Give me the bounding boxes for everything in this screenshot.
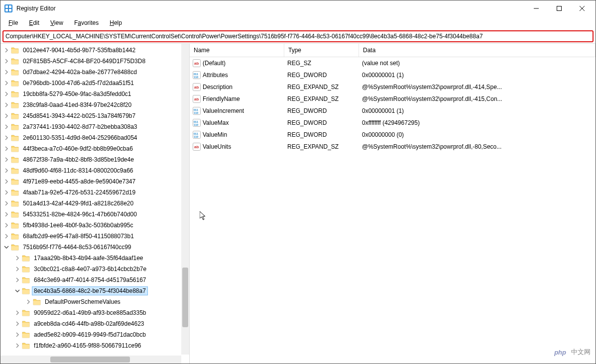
value-name: Description bbox=[203, 84, 233, 91]
scrollbar-thumb[interactable] bbox=[182, 268, 188, 327]
chevron-right-icon[interactable] bbox=[2, 234, 10, 239]
chevron-right-icon[interactable] bbox=[2, 135, 10, 140]
chevron-right-icon[interactable] bbox=[2, 70, 10, 75]
list-row[interactable]: ValueUnitsREG_EXPAND_SZ@%SystemRoot%\sys… bbox=[190, 141, 596, 153]
tree-hscrollbar[interactable] bbox=[0, 356, 181, 364]
tree-pane: 0012ee47-9041-4b5d-9b77-535fba8b144202F8… bbox=[0, 44, 190, 364]
close-button[interactable] bbox=[571, 0, 594, 16]
list-row[interactable]: ValueIncrementREG_DWORD0x00000001 (1) bbox=[190, 105, 596, 117]
folder-icon bbox=[10, 112, 19, 120]
tree-item[interactable]: 684c3e69-a4f7-4014-8754-d45179a56167 bbox=[0, 274, 189, 285]
tree-item[interactable]: 4f971e89-eebd-4455-a8de-9e59040e7347 bbox=[0, 176, 189, 187]
tree-item-label: 4f971e89-eebd-4455-a8de-9e59040e7347 bbox=[21, 178, 137, 185]
chevron-right-icon[interactable] bbox=[2, 190, 10, 195]
col-header-name[interactable]: Name bbox=[190, 44, 284, 57]
binary-value-icon bbox=[193, 71, 201, 79]
menu-view[interactable]: View bbox=[45, 17, 68, 28]
value-name: ValueUnits bbox=[203, 143, 231, 150]
tree-item[interactable]: 54533251-82be-4824-96c1-47b60b740d00 bbox=[0, 209, 189, 220]
chevron-right-icon[interactable] bbox=[13, 256, 21, 261]
tree-item[interactable]: 8ec4b3a5-6868-48c2-be75-4f3044be88a7 bbox=[0, 285, 189, 296]
chevron-right-icon[interactable] bbox=[2, 124, 10, 129]
list-row[interactable]: ValueMinREG_DWORD0x00000000 (0) bbox=[190, 129, 596, 141]
maximize-button[interactable] bbox=[548, 0, 571, 16]
chevron-right-icon[interactable] bbox=[2, 102, 10, 107]
chevron-right-icon[interactable] bbox=[2, 168, 10, 173]
tree-item[interactable]: 48672f38-7a9a-4bb2-8bf8-3d85be19de4e bbox=[0, 154, 189, 165]
chevron-right-icon[interactable] bbox=[24, 299, 32, 304]
chevron-right-icon[interactable] bbox=[13, 321, 21, 326]
tree-item[interactable]: 44f3beca-a7c0-460e-9df2-bb8b99e0cba6 bbox=[0, 143, 189, 154]
minimize-button[interactable] bbox=[525, 0, 548, 16]
chevron-right-icon[interactable] bbox=[2, 59, 10, 64]
tree-item[interactable]: 19cbb8fa-5279-450e-9fac-8a3d5fedd0c1 bbox=[0, 89, 189, 99]
chevron-right-icon[interactable] bbox=[13, 277, 21, 282]
chevron-right-icon[interactable] bbox=[2, 212, 10, 217]
chevron-right-icon[interactable] bbox=[2, 157, 10, 162]
chevron-right-icon[interactable] bbox=[2, 179, 10, 184]
tree-item[interactable]: 4faab71a-92e5-4726-b531-224559672d19 bbox=[0, 187, 189, 198]
list-row[interactable]: AttributesREG_DWORD0x00000001 (1) bbox=[190, 69, 596, 81]
folder-icon bbox=[10, 123, 19, 131]
value-data: 0x00000001 (1) bbox=[359, 72, 596, 79]
col-header-type[interactable]: Type bbox=[284, 44, 359, 57]
value-data: 0x00000001 (1) bbox=[359, 107, 596, 114]
chevron-right-icon[interactable] bbox=[13, 343, 21, 348]
chevron-right-icon[interactable] bbox=[2, 223, 10, 228]
folder-icon bbox=[21, 342, 30, 350]
tree-item[interactable]: 0d7dbae2-4294-402a-ba8e-26777e8488cd bbox=[0, 67, 189, 78]
tree-item[interactable]: 3c0bc021-c8a8-4e07-a973-6b14cbcb2b7e bbox=[0, 264, 189, 274]
col-header-data[interactable]: Data bbox=[359, 44, 596, 57]
menu-help[interactable]: Help bbox=[105, 17, 127, 28]
value-name: ValueMax bbox=[203, 119, 229, 126]
chevron-right-icon[interactable] bbox=[2, 81, 10, 86]
chevron-right-icon[interactable] bbox=[13, 332, 21, 337]
value-data: (value not set) bbox=[359, 60, 596, 67]
folder-icon bbox=[10, 145, 19, 153]
tree-item[interactable]: 2e601130-5351-4d9d-8e04-252966bad054 bbox=[0, 132, 189, 143]
tree-item[interactable]: 68afb2d9-ee95-47a8-8f50-4115088073b1 bbox=[0, 231, 189, 242]
chevron-right-icon[interactable] bbox=[2, 146, 10, 151]
tree-item[interactable]: 7516b95f-f776-4464-8c53-06167f40cc99 bbox=[0, 242, 189, 253]
list-row[interactable]: FriendlyNameREG_EXPAND_SZ@%SystemRoot%\s… bbox=[190, 93, 596, 105]
tree-item[interactable]: 0012ee47-9041-4b5d-9b77-535fba8b1442 bbox=[0, 45, 189, 56]
tree-item[interactable]: 238c9fa8-0aad-41ed-83f4-97be242c8f20 bbox=[0, 99, 189, 110]
tree-item[interactable]: f1fbfde2-a960-4165-9f88-50667911ce96 bbox=[0, 340, 189, 351]
tree-item-label: 48672f38-7a9a-4bb2-8bf8-3d85be19de4e bbox=[21, 156, 135, 164]
chevron-down-icon[interactable] bbox=[13, 288, 21, 293]
tree-item[interactable]: a9ceb8da-cd46-44fb-a98b-02af69de4623 bbox=[0, 318, 189, 329]
chevron-right-icon[interactable] bbox=[13, 267, 21, 272]
chevron-right-icon[interactable] bbox=[2, 91, 10, 96]
tree-item[interactable]: 48df9d60-4f68-11dc-8314-0800200c9a66 bbox=[0, 165, 189, 176]
tree-item[interactable]: aded5e82-b909-4619-9949-f5d71dac0bcb bbox=[0, 329, 189, 340]
tree-item[interactable]: 245d8541-3943-4422-b025-13a784f679b7 bbox=[0, 110, 189, 121]
tree-item[interactable]: 2a737441-1930-4402-8d77-b2bebba308a3 bbox=[0, 121, 189, 132]
chevron-right-icon[interactable] bbox=[2, 201, 10, 206]
chevron-down-icon[interactable] bbox=[2, 245, 10, 250]
address-bar[interactable]: Computer\HKEY_LOCAL_MACHINE\SYSTEM\Curre… bbox=[2, 30, 594, 42]
menu-file[interactable]: File bbox=[3, 17, 23, 28]
tree-item[interactable]: 17aaa29b-8b43-4b94-aafe-35f64daaf1ee bbox=[0, 253, 189, 264]
folder-icon bbox=[21, 309, 30, 317]
scrollbar-thumb[interactable] bbox=[50, 357, 130, 363]
menu-edit[interactable]: Edit bbox=[24, 17, 44, 28]
list-row[interactable]: DescriptionREG_EXPAND_SZ@%SystemRoot%\sy… bbox=[190, 81, 596, 93]
chevron-right-icon[interactable] bbox=[2, 113, 10, 118]
tree-item[interactable]: 02F815B5-A5CF-4C84-BF20-649D1F75D3D8 bbox=[0, 56, 189, 67]
tree-item[interactable]: DefaultPowerSchemeValues bbox=[0, 296, 189, 307]
chevron-right-icon[interactable] bbox=[13, 310, 21, 315]
tree-item-label: 5fb4938d-1ee8-4b0f-9a3c-5036b0ab995c bbox=[21, 221, 135, 229]
tree-item[interactable]: 5fb4938d-1ee8-4b0f-9a3c-5036b0ab995c bbox=[0, 220, 189, 231]
list-row[interactable]: (Default)REG_SZ(value not set) bbox=[190, 57, 596, 69]
tree-item[interactable]: 501a4d13-42af-4429-9fd1-a8218c268e20 bbox=[0, 198, 189, 209]
tree-item[interactable]: 0e796bdb-100d-47d6-a2d5-f7d2daa51f51 bbox=[0, 78, 189, 89]
tree-vscrollbar[interactable] bbox=[181, 44, 189, 355]
value-name: ValueMin bbox=[203, 131, 227, 138]
tree-item[interactable]: 90959d22-d6a1-49b9-af93-bce885ad335b bbox=[0, 307, 189, 318]
menu-favorites[interactable]: Favorites bbox=[69, 17, 104, 28]
folder-icon bbox=[10, 156, 19, 164]
chevron-right-icon[interactable] bbox=[2, 48, 10, 53]
list-row[interactable]: ValueMaxREG_DWORD0xffffffff (4294967295) bbox=[190, 117, 596, 129]
tree-container[interactable]: 0012ee47-9041-4b5d-9b77-535fba8b144202F8… bbox=[0, 44, 189, 364]
tree-item-label: 68afb2d9-ee95-47a8-8f50-4115088073b1 bbox=[21, 232, 135, 240]
